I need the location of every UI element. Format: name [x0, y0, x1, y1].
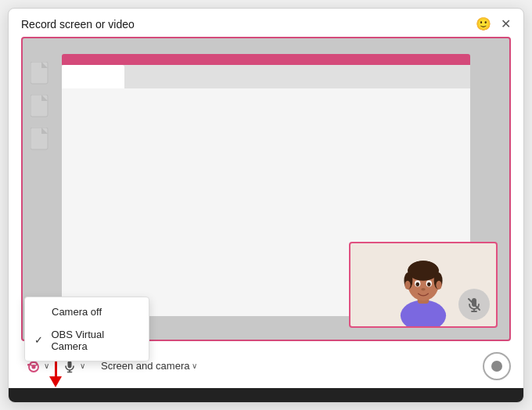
svg-point-14 — [415, 282, 419, 286]
camera-dropdown-menu: Camera off ✓ OBS Virtual Camera — [24, 297, 149, 361]
screen-camera-label: Screen and camera — [101, 360, 189, 372]
mic-chevron: ∨ — [80, 361, 85, 370]
svg-point-11 — [436, 280, 441, 289]
screen-camera-chevron: ∨ — [192, 361, 197, 370]
file-icon-1 — [31, 62, 52, 88]
svg-point-10 — [404, 280, 410, 289]
close-button[interactable]: ✕ — [501, 18, 511, 31]
avatar-container — [350, 243, 496, 326]
browser-tab — [62, 65, 124, 88]
person-avatar — [388, 248, 458, 326]
camera-chevron: ∨ — [44, 361, 49, 370]
svg-rect-22 — [31, 362, 37, 365]
window-title: Record screen or video — [21, 18, 135, 31]
obs-label: OBS Virtual Camera — [51, 329, 139, 352]
svg-point-3 — [401, 300, 446, 326]
arrow-head — [49, 376, 62, 387]
file-icons — [31, 62, 52, 154]
obs-check: ✓ — [34, 334, 45, 346]
svg-rect-1 — [31, 95, 48, 117]
mute-icon — [466, 296, 483, 313]
title-actions: 🙂 ✕ — [476, 18, 511, 31]
camera-off-option[interactable]: Camera off — [25, 300, 149, 323]
svg-point-15 — [427, 282, 431, 286]
svg-rect-2 — [31, 128, 48, 149]
file-icon-2 — [31, 95, 52, 121]
record-dot — [491, 361, 502, 372]
preview-area — [21, 37, 511, 341]
camera-off-label: Camera off — [52, 306, 102, 318]
obs-virtual-option[interactable]: ✓ OBS Virtual Camera — [25, 323, 149, 358]
title-bar: Record screen or video 🙂 ✕ — [9, 9, 523, 37]
bottom-bar — [9, 388, 523, 402]
svg-rect-0 — [31, 62, 48, 84]
record-button[interactable] — [483, 352, 511, 380]
camera-overlay — [349, 242, 498, 328]
svg-rect-23 — [27, 364, 30, 366]
record-window: Record screen or video 🙂 ✕ — [8, 8, 524, 403]
mute-icon-container — [458, 289, 490, 320]
svg-point-16 — [421, 287, 425, 290]
emoji-button[interactable]: 🙂 — [476, 18, 491, 31]
svg-point-9 — [409, 261, 437, 278]
camera-off-check — [34, 306, 45, 318]
file-icon-3 — [31, 128, 52, 154]
